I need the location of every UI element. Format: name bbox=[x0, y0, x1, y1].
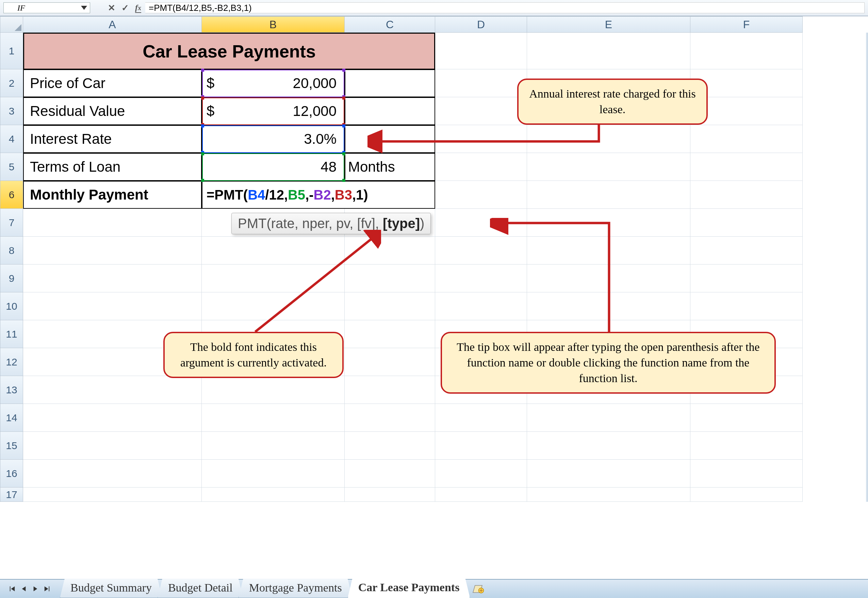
cell-A4[interactable]: Interest Rate bbox=[23, 125, 202, 153]
cell-D8[interactable] bbox=[435, 237, 527, 265]
col-header-D[interactable]: D bbox=[435, 16, 527, 33]
cell-C2[interactable] bbox=[345, 69, 435, 97]
formula-input[interactable]: =PMT(B4/12,B5,-B2,B3,1) bbox=[145, 2, 865, 13]
tab-budget-detail[interactable]: Budget Detail bbox=[157, 579, 243, 598]
cell-E9[interactable] bbox=[527, 265, 690, 292]
select-all-corner[interactable] bbox=[0, 16, 23, 33]
row-header-7[interactable]: 7 bbox=[0, 209, 23, 237]
cell-F14[interactable] bbox=[690, 404, 803, 432]
cell-F8[interactable] bbox=[690, 237, 803, 265]
cell-A10[interactable] bbox=[23, 292, 202, 320]
cell-B14[interactable] bbox=[202, 404, 345, 432]
cell-A15[interactable] bbox=[23, 432, 202, 460]
row-header-6[interactable]: 6 bbox=[0, 181, 23, 209]
cell-C10[interactable] bbox=[345, 292, 435, 320]
cell-D16[interactable] bbox=[435, 460, 527, 487]
row-header-9[interactable]: 9 bbox=[0, 265, 23, 292]
cell-B10[interactable] bbox=[202, 292, 345, 320]
cell-F15[interactable] bbox=[690, 432, 803, 460]
cell-E4[interactable] bbox=[527, 125, 690, 153]
cell-B6-active[interactable]: =PMT(B4/12,B5,-B2,B3,1) bbox=[202, 181, 435, 209]
cell-E8[interactable] bbox=[527, 237, 690, 265]
col-header-F[interactable]: F bbox=[690, 16, 803, 33]
function-tooltip[interactable]: PMT(rate, nper, pv, [fv], [type]) bbox=[231, 213, 431, 234]
cell-D6[interactable] bbox=[435, 181, 527, 209]
cell-D9[interactable] bbox=[435, 265, 527, 292]
cell-E6[interactable] bbox=[527, 181, 690, 209]
cell-E5[interactable] bbox=[527, 153, 690, 181]
cell-F16[interactable] bbox=[690, 460, 803, 487]
cell-B13[interactable] bbox=[202, 376, 345, 404]
col-header-A[interactable]: A bbox=[23, 16, 202, 33]
cell-E7[interactable] bbox=[527, 209, 690, 237]
cell-C5[interactable]: Months bbox=[345, 153, 435, 181]
cell-F10[interactable] bbox=[690, 292, 803, 320]
cell-A16[interactable] bbox=[23, 460, 202, 487]
cell-F9[interactable] bbox=[690, 265, 803, 292]
cell-A9[interactable] bbox=[23, 265, 202, 292]
row-header-12[interactable]: 12 bbox=[0, 348, 23, 376]
row-header-11[interactable]: 11 bbox=[0, 320, 23, 348]
tab-budget-summary[interactable]: Budget Summary bbox=[60, 579, 162, 598]
name-box[interactable]: IF bbox=[3, 2, 90, 13]
row-header-1[interactable]: 1 bbox=[0, 33, 23, 69]
cell-B4[interactable]: 3.0% bbox=[202, 125, 345, 153]
cell-F5[interactable] bbox=[690, 153, 803, 181]
new-sheet-icon[interactable] bbox=[472, 583, 484, 594]
cell-B9[interactable] bbox=[202, 265, 345, 292]
cell-D5[interactable] bbox=[435, 153, 527, 181]
cell-F17[interactable] bbox=[690, 487, 803, 502]
cell-D15[interactable] bbox=[435, 432, 527, 460]
cell-C11[interactable] bbox=[345, 320, 435, 348]
cancel-icon[interactable]: ✕ bbox=[108, 3, 115, 13]
tab-car-lease-payments[interactable]: Car Lease Payments bbox=[348, 578, 470, 598]
cell-E17[interactable] bbox=[527, 487, 690, 502]
cell-F4[interactable] bbox=[690, 125, 803, 153]
cell-D10[interactable] bbox=[435, 292, 527, 320]
cell-C4[interactable] bbox=[345, 125, 435, 153]
tooltip-fn-name[interactable]: PMT bbox=[238, 216, 267, 231]
cell-C17[interactable] bbox=[345, 487, 435, 502]
vertical-scrollbar-hint[interactable] bbox=[866, 33, 868, 502]
cell-D7[interactable] bbox=[435, 209, 527, 237]
cell-C9[interactable] bbox=[345, 265, 435, 292]
cell-A6[interactable]: Monthly Payment bbox=[23, 181, 202, 209]
row-header-13[interactable]: 13 bbox=[0, 376, 23, 404]
col-header-B[interactable]: B bbox=[202, 16, 345, 33]
cell-D3[interactable] bbox=[435, 97, 527, 125]
row-header-15[interactable]: 15 bbox=[0, 432, 23, 460]
cell-A17[interactable] bbox=[23, 487, 202, 502]
cell-B3[interactable]: $12,000 bbox=[202, 97, 345, 125]
cell-F1[interactable] bbox=[690, 33, 803, 69]
cell-A14[interactable] bbox=[23, 404, 202, 432]
cell-C13[interactable] bbox=[345, 376, 435, 404]
cell-B5[interactable]: 48 bbox=[202, 153, 345, 181]
cell-D17[interactable] bbox=[435, 487, 527, 502]
cell-B2[interactable]: $20,000 bbox=[202, 69, 345, 97]
cell-B17[interactable] bbox=[202, 487, 345, 502]
row-header-16[interactable]: 16 bbox=[0, 460, 23, 487]
tab-mortgage-payments[interactable]: Mortgage Payments bbox=[238, 579, 352, 598]
cell-D2[interactable] bbox=[435, 69, 527, 97]
row-header-3[interactable]: 3 bbox=[0, 97, 23, 125]
cell-E1[interactable] bbox=[527, 33, 690, 69]
cell-title[interactable]: Car Lease Payments bbox=[23, 33, 435, 69]
cell-A8[interactable] bbox=[23, 237, 202, 265]
cell-C16[interactable] bbox=[345, 460, 435, 487]
tab-nav-first-icon[interactable] bbox=[7, 583, 18, 594]
name-box-dropdown-icon[interactable] bbox=[81, 6, 87, 10]
tab-nav-prev-icon[interactable] bbox=[18, 583, 29, 594]
row-header-8[interactable]: 8 bbox=[0, 237, 23, 265]
cell-B15[interactable] bbox=[202, 432, 345, 460]
cell-A7[interactable] bbox=[23, 209, 202, 237]
cell-A5[interactable]: Terms of Loan bbox=[23, 153, 202, 181]
cell-D14[interactable] bbox=[435, 404, 527, 432]
confirm-icon[interactable]: ✓ bbox=[121, 3, 129, 13]
cell-A13[interactable] bbox=[23, 376, 202, 404]
fx-icon[interactable]: fx bbox=[135, 3, 141, 13]
cell-E10[interactable] bbox=[527, 292, 690, 320]
tab-nav-next-icon[interactable] bbox=[30, 583, 41, 594]
cell-D1[interactable] bbox=[435, 33, 527, 69]
cell-A2[interactable]: Price of Car bbox=[23, 69, 202, 97]
cell-F7[interactable] bbox=[690, 209, 803, 237]
